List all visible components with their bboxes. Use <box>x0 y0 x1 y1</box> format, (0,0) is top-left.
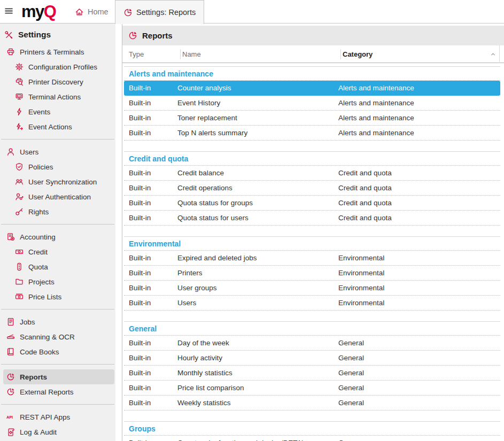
cell-type: Built-in <box>124 269 177 277</box>
sidebar-item-label: Accounting <box>20 233 56 241</box>
sidebar-item-configuration-profiles[interactable]: Configuration Profiles <box>3 59 114 74</box>
sidebar-item-policies[interactable]: Policies <box>3 159 114 174</box>
sidebar-item-credit[interactable]: Credit <box>3 244 114 259</box>
cell-name: Printers <box>177 269 338 277</box>
sidebar-title: Settings <box>0 28 115 44</box>
table-row[interactable]: Built-inPrintersEnvironmental <box>124 266 500 281</box>
sidebar-item-printer-discovery[interactable]: Printer Discovery <box>3 74 114 89</box>
table-row[interactable]: Built-inQuota status for usersCredit and… <box>124 211 500 226</box>
sidebar-item-label: Printer Discovery <box>28 78 83 86</box>
page-title: Reports <box>142 31 173 40</box>
sidebar-item-label: Policies <box>28 163 53 171</box>
table-row[interactable]: Built-inWeekly statisticsGeneral <box>124 396 500 411</box>
report-group-title: General <box>124 322 500 336</box>
table-row[interactable]: Built-inCredit operationsCredit and quot… <box>124 181 500 196</box>
shield-check-icon <box>15 163 24 171</box>
sidebar-item-rights[interactable]: Rights <box>3 204 114 219</box>
column-divider <box>180 49 181 59</box>
column-header-category[interactable]: Category <box>343 50 373 58</box>
sidebar-item-log-audit[interactable]: Log & Audit <box>3 424 114 439</box>
table-row[interactable]: Built-inMonthly statisticsGeneral <box>124 366 500 381</box>
cell-type: Built-in <box>124 339 177 347</box>
sidebar-item-event-actions[interactable]: Event Actions <box>3 119 114 134</box>
cell-name: Quota status for groups <box>177 199 338 207</box>
column-header-name[interactable]: Name <box>182 50 201 58</box>
sidebar-item-events[interactable]: Events <box>3 104 114 119</box>
sidebar-item-label: Configuration Profiles <box>28 63 97 71</box>
sidebar-item-printers-terminals[interactable]: Printers & Terminals <box>3 44 114 59</box>
settings-sidebar: Settings Printers & TerminalsConfigurati… <box>0 24 115 441</box>
sidebar-item-label: Rights <box>28 208 49 216</box>
table-row[interactable]: Built-inUser groupsEnvironmental <box>124 281 500 296</box>
sidebar-title-label: Settings <box>18 30 51 40</box>
document-icon <box>6 318 15 326</box>
sidebar-item-users[interactable]: Users <box>3 144 114 159</box>
sidebar-item-user-authentication[interactable]: User Authentication <box>3 189 114 204</box>
table-row[interactable]: Built-inQuota status for groupsCredit an… <box>124 196 500 211</box>
table-row[interactable]: Built-inUsersEnvironmental <box>124 296 500 311</box>
sidebar-item-projects[interactable]: Projects <box>3 274 114 289</box>
printer-icon <box>6 48 15 56</box>
pie-chart-icon <box>123 8 133 17</box>
key-icon <box>15 207 24 216</box>
book-icon <box>6 347 15 356</box>
price-list-icon <box>15 292 24 301</box>
sidebar-item-label: Quota <box>28 263 48 271</box>
sidebar-divider <box>1 404 114 405</box>
cell-type: Built-in <box>124 169 177 177</box>
table-row[interactable]: Built-inCounter analysisAlerts and maint… <box>124 81 500 96</box>
table-row[interactable]: Built-inDay of the weekGeneral <box>124 336 500 351</box>
sidebar-item-jobs[interactable]: Jobs <box>3 314 114 329</box>
cell-name: Expired and deleted jobs <box>177 254 338 262</box>
hamburger-icon[interactable] <box>4 6 13 16</box>
svg-text:API: API <box>6 415 13 420</box>
table-row[interactable]: Built-inCredit balanceCredit and quota <box>124 166 500 181</box>
sidebar-item-quota[interactable]: Quota <box>3 259 114 274</box>
report-groups: Alerts and maintenanceBuilt-inCounter an… <box>124 66 500 441</box>
cell-type: Built-in <box>124 129 177 137</box>
table-row[interactable]: Built-inEvent HistoryAlerts and maintena… <box>124 96 500 111</box>
gear-icon <box>15 63 24 71</box>
sidebar-item-user-synchronization[interactable]: User Synchronization <box>3 174 114 189</box>
table-row[interactable]: Built-inExpired and deleted jobsEnvironm… <box>124 251 500 266</box>
sidebar-item-price-lists[interactable]: Price Lists <box>3 289 114 304</box>
user-icon <box>6 148 15 156</box>
cell-name: User groups <box>177 284 338 292</box>
report-group-title: Groups <box>124 422 500 436</box>
folder-icon <box>15 277 24 286</box>
cell-name: Toner replacement <box>177 114 338 122</box>
sidebar-item-external-reports[interactable]: External Reports <box>3 384 114 399</box>
tab-settings-reports[interactable]: Settings: Reports <box>115 0 204 24</box>
cell-type: Built-in <box>124 114 177 122</box>
cell-name: Day of the week <box>177 339 338 347</box>
cell-name: Price list comparison <box>177 384 338 392</box>
sidebar-item-code-books[interactable]: Code Books <box>3 344 114 359</box>
table-row[interactable]: Built-inToner replacementAlerts and main… <box>124 111 500 126</box>
sidebar-item-label: Projects <box>28 278 55 286</box>
table-row[interactable]: Built-inPrice list comparisonGeneral <box>124 381 500 396</box>
top-bar: myQ Home Settings: Reports <box>0 0 504 24</box>
scanner-icon <box>6 332 15 341</box>
sidebar-item-accounting[interactable]: Accounting <box>3 229 114 244</box>
cell-category: Credit and quota <box>338 184 500 192</box>
table-row[interactable]: Built-inTop N alerts summaryAlerts and m… <box>124 126 500 141</box>
cell-type: Built-in <box>124 354 177 362</box>
calculator-icon <box>6 233 15 241</box>
table-row[interactable]: Built-inHourly activityGeneral <box>124 351 500 366</box>
tab-home[interactable]: Home <box>75 0 108 24</box>
sidebar-item-label: Price Lists <box>28 293 61 301</box>
sidebar-item-terminal-actions[interactable]: Terminal Actions <box>3 89 114 104</box>
table-row[interactable]: Built-inCounters by function and duplex(… <box>124 436 500 441</box>
column-header-type[interactable]: Type <box>129 50 144 58</box>
sidebar-divider <box>1 364 114 365</box>
report-group-title: Alerts and maintenance <box>124 67 500 81</box>
sidebar-item-reports[interactable]: Reports <box>3 369 114 384</box>
sidebar-divider <box>1 139 114 140</box>
sidebar-divider <box>1 309 114 310</box>
sort-ascending-icon[interactable] <box>490 51 497 58</box>
sidebar-item-rest-api-apps[interactable]: APIREST API Apps <box>3 409 114 424</box>
sidebar-item-label: User Authentication <box>28 193 91 201</box>
cell-name: Counters by function and duplex(BETA) <box>177 439 338 441</box>
sidebar-item-scanning-ocr[interactable]: Scanning & OCR <box>3 329 114 344</box>
report-group: Alerts and maintenanceBuilt-inCounter an… <box>124 66 500 141</box>
